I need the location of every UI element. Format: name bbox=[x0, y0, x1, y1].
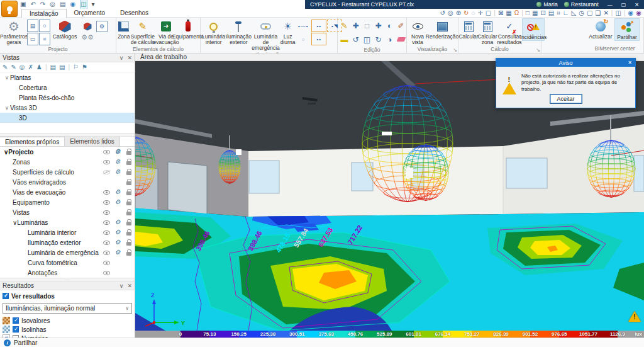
snap-point-icon[interactable]: ⊡ bbox=[540, 9, 545, 17]
ver-resultados-checkbox[interactable]: Ver resultados bbox=[3, 292, 132, 300]
tree-item-luminaria-emergencia[interactable]: Luminária de emergência⚙ bbox=[0, 247, 135, 258]
catalog-tools-button[interactable]: ⚙⚙ bbox=[79, 18, 96, 42]
user-chip[interactable]: Maria bbox=[536, 1, 558, 8]
save-icon[interactable]: ▣ bbox=[20, 0, 26, 9]
minimize-button[interactable]: — bbox=[608, 2, 613, 8]
checkbox-checked-icon[interactable] bbox=[13, 326, 19, 333]
ortho-icon[interactable]: ∟ bbox=[563, 9, 569, 17]
tab-desenhos[interactable]: Desenhos bbox=[113, 9, 156, 18]
grid-icon[interactable]: ▦ bbox=[532, 9, 538, 17]
renderizacao-button[interactable]: Renderização bbox=[428, 18, 457, 40]
stack-icon[interactable]: ◫ bbox=[362, 33, 372, 46]
texture-icon[interactable]: ▦ bbox=[506, 9, 511, 17]
place-row-icon[interactable]: •• bbox=[311, 33, 326, 45]
checkbox-checked-icon[interactable] bbox=[3, 293, 9, 299]
lock-icon[interactable] bbox=[126, 212, 131, 215]
qat-dropdown-icon[interactable]: ▾ bbox=[92, 0, 95, 9]
zoom-previous-icon[interactable]: ◌ bbox=[471, 9, 475, 17]
monitor-gear-button[interactable]: ⚙ bbox=[96, 21, 108, 32]
tree-item-superficies-calculo[interactable]: Superfícies de cálculo⚙ bbox=[0, 167, 135, 177]
clock-icon[interactable]: ◷ bbox=[579, 9, 584, 17]
via-evacuacao-button[interactable]: ➜ Via de evacuação bbox=[155, 18, 177, 45]
tree-item-curva-fotometrica[interactable]: Curva fotométrica bbox=[0, 258, 135, 268]
calcular-button[interactable]: Calcular bbox=[460, 18, 477, 40]
close-button[interactable]: ✕ bbox=[635, 2, 639, 8]
globe-purple-icon[interactable]: ◉ bbox=[636, 9, 641, 17]
snap-magnet-icon[interactable]: Ω bbox=[514, 9, 519, 17]
set-square-icon[interactable]: ◺ bbox=[572, 9, 577, 17]
lock-icon[interactable] bbox=[126, 252, 131, 256]
close-window-icon[interactable]: ⊠ bbox=[498, 9, 503, 17]
visibility-icon[interactable] bbox=[103, 241, 110, 245]
parametros-gerais-button[interactable]: ⚙ Parâmetros gerais bbox=[1, 18, 26, 45]
tree-item-equipamento[interactable]: Equipamento⚙ bbox=[0, 197, 135, 207]
visibility-icon[interactable] bbox=[103, 230, 110, 235]
tree-item-planta-res-do-chao[interactable]: Planta Rés-do-chão bbox=[0, 93, 135, 103]
luminaria-interior-button[interactable]: Luminária interior bbox=[202, 18, 225, 45]
visibility-icon[interactable] bbox=[103, 160, 110, 164]
iluminacao-exterior-button[interactable]: Iluminação exterior bbox=[226, 18, 251, 45]
tree-item-vistas-3d[interactable]: ∨Vistas 3D bbox=[0, 103, 135, 113]
place-single-icon[interactable]: •—• bbox=[296, 20, 311, 32]
settings-icon[interactable]: ⚙ bbox=[115, 229, 121, 236]
tab-elementos-proprios[interactable]: Elementos próprios bbox=[0, 137, 65, 146]
zoom-icon[interactable]: ◎ bbox=[50, 0, 55, 9]
layout-icon[interactable]: ◫ bbox=[615, 9, 621, 17]
tab-orcamento[interactable]: Orçamento bbox=[67, 9, 113, 18]
mirror-copy-icon[interactable]: ◑ bbox=[384, 33, 395, 46]
delete-view-icon[interactable]: ✗ bbox=[28, 64, 33, 71]
globe-blue-icon[interactable]: ◉ bbox=[628, 9, 634, 17]
move-node-icon[interactable]: ✚ bbox=[350, 19, 361, 32]
comment-icon[interactable]: ❑ bbox=[596, 9, 601, 17]
lock-icon[interactable] bbox=[126, 171, 131, 175]
place-circle-icon[interactable]: ◌ bbox=[296, 33, 311, 45]
tree-item-3d[interactable]: 3D bbox=[0, 113, 135, 123]
pan-icon[interactable]: ✛ bbox=[477, 9, 482, 17]
collapse-icon[interactable]: ∨ bbox=[119, 283, 124, 289]
zoom-all-icon[interactable]: ◎ bbox=[448, 9, 453, 17]
settings-icon[interactable]: ⚙ bbox=[115, 159, 121, 165]
mirror-icon[interactable]: ◐ bbox=[384, 19, 395, 32]
app-button[interactable] bbox=[1, 1, 18, 17]
luminaria-emergencia-button[interactable]: Luminária de emergência bbox=[252, 18, 279, 51]
settings-icon[interactable]: ⚙ bbox=[115, 199, 121, 205]
move-icon[interactable]: ✚ bbox=[373, 19, 384, 32]
visibility-icon[interactable] bbox=[103, 190, 110, 195]
light-window-icon[interactable]: ○ bbox=[39, 20, 50, 32]
tree-item-cobertura[interactable]: Cobertura bbox=[0, 82, 135, 93]
zoom-window-icon[interactable]: ⊕ bbox=[456, 9, 461, 17]
tree-item-anotacoes[interactable]: Anotações bbox=[0, 268, 135, 278]
web-icon[interactable]: ◉ bbox=[70, 0, 75, 9]
match-properties-icon[interactable]: ✐ bbox=[396, 19, 406, 32]
equipamento-button[interactable]: Equipamento bbox=[177, 18, 199, 40]
consultar-resultados-button[interactable]: ✓✗ Consultar resultados bbox=[497, 18, 521, 45]
tree-item-plantas[interactable]: ∨Plantas bbox=[0, 72, 135, 82]
edit-view-alt-icon[interactable]: ✎ bbox=[11, 64, 16, 71]
luz-diurna-button[interactable]: ☀ Luz diurna bbox=[280, 18, 296, 45]
calcular-zona-button[interactable]: Calcular zona bbox=[478, 18, 497, 45]
viewport-warning-icon[interactable] bbox=[628, 311, 641, 322]
edit-view-icon[interactable]: ✎ bbox=[3, 64, 8, 71]
copy-icon[interactable]: □ bbox=[362, 19, 372, 32]
settings-icon[interactable]: ⚙ bbox=[115, 189, 121, 195]
lock-icon[interactable] bbox=[126, 202, 131, 205]
view-detail-icon[interactable]: ◎ bbox=[19, 64, 25, 71]
flag-off-icon[interactable]: ⚐ bbox=[73, 64, 79, 71]
checkbox-checked-icon[interactable] bbox=[13, 317, 19, 324]
partilhar-button[interactable]: ↗ Partilhar bbox=[614, 18, 640, 41]
share-status-label[interactable]: Partilhar bbox=[14, 339, 37, 346]
dialog-titlebar[interactable]: Aviso ✕ bbox=[496, 59, 635, 67]
aceitar-button[interactable]: Aceitar bbox=[550, 94, 582, 104]
selection-icon[interactable]: □ bbox=[526, 9, 530, 17]
superficie-calculo-button[interactable]: ✎ Superfície de cálculo bbox=[131, 18, 155, 45]
visibility-icon[interactable] bbox=[103, 150, 110, 154]
tree-item-zonas[interactable]: Zonas⚙ bbox=[0, 157, 135, 167]
dialog-close-icon[interactable]: ✕ bbox=[628, 59, 632, 67]
plan-window-icon[interactable]: ▤ bbox=[27, 20, 38, 32]
sheet-plan-icon[interactable]: ≡ bbox=[39, 33, 50, 45]
tools-icon[interactable]: ✕ bbox=[603, 9, 608, 17]
settings-icon[interactable]: ⚙ bbox=[115, 239, 121, 246]
catalogos-button[interactable]: Catálogos bbox=[51, 18, 79, 40]
place-pair-icon[interactable]: •• bbox=[311, 20, 326, 32]
dialog-launcher-icon[interactable]: ↘ bbox=[536, 47, 540, 53]
